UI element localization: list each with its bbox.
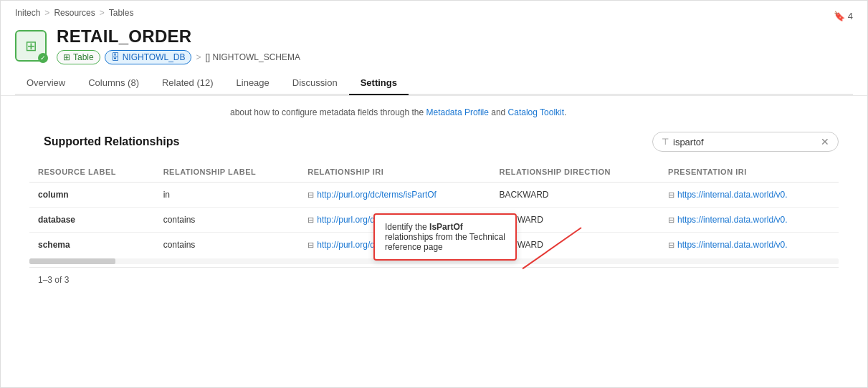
- schema-label: NIGHTOWL_SCHEMA: [213, 52, 300, 62]
- iri-icon-2: ⊟: [307, 241, 314, 250]
- cell-direction-0: BACKWARD: [491, 183, 659, 208]
- breadcrumb-initech[interactable]: Initech: [15, 8, 40, 18]
- search-input[interactable]: [673, 137, 816, 147]
- cell-resource-label-2: schema: [29, 233, 155, 258]
- tag-db[interactable]: 🗄 NIGHTOWL_DB: [105, 50, 192, 64]
- pres-iri-link-0[interactable]: ⊟ https://internal.data.world/v0.: [668, 190, 830, 200]
- cell-rel-label-2: contains: [155, 233, 300, 258]
- filter-icon: ⊤: [662, 137, 669, 147]
- cell-resource-label-0: column: [29, 183, 155, 208]
- tooltip-bold-text: IsPartOf: [429, 222, 463, 232]
- section-title: Supported Relationships: [44, 135, 179, 148]
- cell-pres-iri-2: ⊟ https://internal.data.world/v0.: [659, 233, 839, 258]
- iri-icon-1: ⊟: [307, 215, 314, 225]
- section-header: Supported Relationships ⊤ ✕: [29, 132, 839, 152]
- supported-relationships-section: Supported Relationships ⊤ ✕ RESOURCE LAB…: [15, 132, 853, 292]
- breadcrumb: Initech > Resources > Tables: [15, 8, 853, 18]
- clear-icon[interactable]: ✕: [821, 136, 829, 147]
- bookmark-area: 🔖 4: [834, 11, 853, 21]
- metadata-profile-link[interactable]: Metadata Profile: [426, 107, 489, 117]
- entity-icon: ⊞ ✓: [15, 30, 47, 62]
- iri-icon-0: ⊟: [307, 190, 314, 200]
- schema-tag: [] NIGHTOWL_SCHEMA: [206, 52, 300, 62]
- table-header-row: RESOURCE LABEL RELATIONSHIP LABEL RELATI…: [29, 163, 839, 183]
- search-box[interactable]: ⊤ ✕: [652, 132, 839, 152]
- breadcrumb-sep-2: >: [100, 8, 105, 18]
- col-relationship-direction: RELATIONSHIP DIRECTION: [491, 163, 659, 183]
- pres-iri-icon-2: ⊟: [668, 241, 674, 250]
- col-relationship-label: RELATIONSHIP LABEL: [155, 163, 300, 183]
- cell-rel-label-0: in: [155, 183, 300, 208]
- tag-db-label: NIGHTOWL_DB: [123, 52, 186, 62]
- bookmark-icon: 🔖: [834, 11, 845, 21]
- col-resource-label: RESOURCE LABEL: [29, 163, 155, 183]
- breadcrumb-tables[interactable]: Tables: [109, 8, 134, 18]
- entity-header: ⊞ ✓ RETAIL_ORDER ⊞ Table 🗄 NIGHTOWL_DB: [15, 26, 853, 64]
- info-text: about how to configure metadata fields t…: [15, 107, 853, 117]
- tab-columns[interactable]: Columns (8): [77, 72, 151, 95]
- bookmark-count: 4: [848, 11, 853, 21]
- entity-tags: ⊞ Table 🗄 NIGHTOWL_DB > [] NIGHTOWL_SCHE…: [57, 50, 300, 64]
- pres-iri-icon-1: ⊟: [668, 215, 674, 225]
- pres-iri-link-2[interactable]: ⊟ https://internal.data.world/v0.: [668, 240, 830, 250]
- check-badge: ✓: [38, 53, 48, 63]
- cell-pres-iri-0: ⊟ https://internal.data.world/v0.: [659, 183, 839, 208]
- cell-pres-iri-1: ⊟ https://internal.data.world/v0.: [659, 208, 839, 233]
- tab-related[interactable]: Related (12): [151, 72, 225, 95]
- tab-settings[interactable]: Settings: [349, 72, 409, 95]
- col-relationship-iri: RELATIONSHIP IRI: [299, 163, 490, 183]
- rel-iri-link-0[interactable]: ⊟ http://purl.org/dc/terms/isPartOf: [307, 190, 482, 200]
- tab-discussion[interactable]: Discussion: [281, 72, 349, 95]
- breadcrumb-sep-1: >: [44, 8, 49, 18]
- tag-separator: >: [196, 52, 201, 62]
- main-content: about how to configure metadata fields t…: [1, 96, 867, 304]
- cell-resource-label-1: database: [29, 208, 155, 233]
- catalog-toolkit-link[interactable]: Catalog Toolkit: [508, 107, 565, 117]
- tooltip-text-after: relationships from the Technical referen…: [385, 232, 505, 252]
- entity-info: RETAIL_ORDER ⊞ Table 🗄 NIGHTOWL_DB > []: [57, 26, 300, 64]
- col-presentation-iri: PRESENTATION IRI: [659, 163, 839, 183]
- pres-iri-link-1[interactable]: ⊟ https://internal.data.world/v0.: [668, 215, 830, 225]
- entity-title: RETAIL_ORDER: [57, 26, 300, 47]
- tooltip-popup: Identify the IsPartOf relationships from…: [373, 213, 517, 261]
- table-tag-icon: ⊞: [63, 52, 70, 62]
- tag-type-label: Table: [73, 52, 94, 62]
- schema-icon: []: [206, 52, 211, 62]
- table-row: column in ⊟ http://purl.org/dc/terms/isP…: [29, 183, 839, 208]
- cell-rel-iri-0: ⊟ http://purl.org/dc/terms/isPartOf: [299, 183, 490, 208]
- tooltip-text-before: Identify the: [385, 222, 429, 232]
- pagination: 1–3 of 3: [29, 267, 839, 292]
- db-tag-icon: 🗄: [111, 52, 120, 62]
- pres-iri-icon-0: ⊟: [668, 190, 674, 200]
- tabs: Overview Columns (8) Related (12) Lineag…: [15, 72, 853, 95]
- breadcrumb-resources[interactable]: Resources: [54, 8, 95, 18]
- cell-rel-label-1: contains: [155, 208, 300, 233]
- tag-type[interactable]: ⊞ Table: [57, 50, 100, 64]
- scroll-thumb: [29, 258, 115, 264]
- tab-lineage[interactable]: Lineage: [225, 72, 281, 95]
- tab-overview[interactable]: Overview: [15, 72, 77, 95]
- table-icon: ⊞: [25, 37, 37, 54]
